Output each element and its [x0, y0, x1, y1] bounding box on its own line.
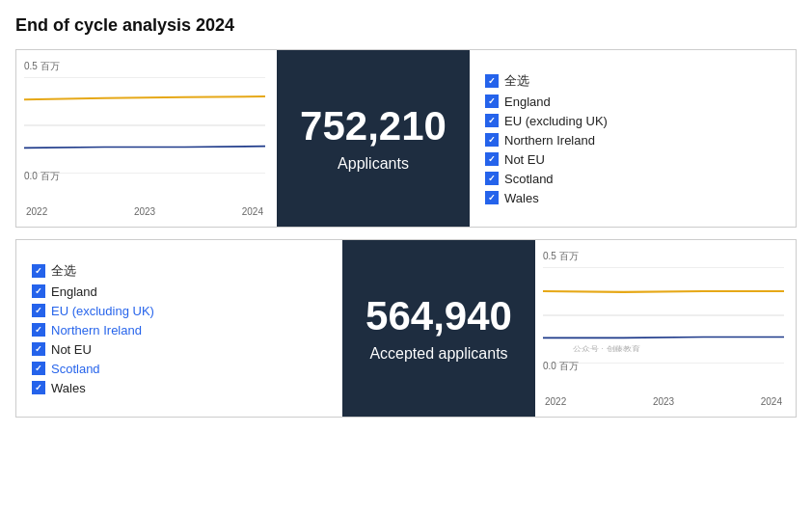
legend-label-5: Scotland [504, 172, 554, 186]
legend-item-1[interactable]: England [485, 94, 780, 109]
x-label-2024-2: 2024 [761, 396, 782, 407]
chart-area-2: 0.5 百万 公众号 · 创藤教育 0.0 百万 [543, 250, 784, 394]
legend-item-0[interactable]: 全选 [485, 72, 780, 90]
checkbox2-5[interactable] [32, 362, 45, 375]
card-applicants: 0.5 百万 0.0 百万 2022 2023 2024 752,210 App… [15, 49, 797, 228]
y-label-top-2: 0.5 百万 [543, 250, 579, 263]
checkbox-6[interactable] [485, 191, 499, 204]
legend2-item-1[interactable]: England [32, 284, 327, 299]
page-title: End of cycle analysis 2024 [15, 15, 797, 36]
legend-label-1: England [504, 94, 551, 109]
chart-section-1: 0.5 百万 0.0 百万 2022 2023 2024 [16, 50, 277, 227]
x-label-2022-2: 2022 [545, 396, 566, 407]
legend2-label-6: Wales [51, 381, 86, 395]
y-label-top-1: 0.5 百万 [24, 60, 60, 73]
x-label-2023-2: 2023 [653, 396, 674, 407]
x-label-2024-1: 2024 [242, 206, 263, 217]
checkbox-3[interactable] [485, 133, 499, 147]
legend-section-1: 全选 England EU (excluding UK) Northern Ir… [470, 50, 796, 227]
stat-label-1: Applicants [338, 155, 409, 173]
checkbox2-4[interactable] [32, 342, 45, 356]
legend2-item-0[interactable]: 全选 [32, 262, 327, 280]
legend2-item-3[interactable]: Northern Ireland [32, 323, 327, 338]
stat-section-2: 564,940 Accepted applicants [342, 240, 535, 417]
legend2-label-3: Northern Ireland [51, 323, 142, 338]
legend2-label-4: Not EU [51, 342, 92, 357]
legend2-label-2: EU (excluding UK) [51, 304, 154, 318]
x-label-2023-1: 2023 [134, 206, 155, 217]
checkbox-2[interactable] [485, 114, 499, 127]
legend2-item-5[interactable]: Scotland [32, 362, 327, 376]
stat-number-2: 564,940 [365, 294, 512, 338]
chart-svg-2: 公众号 · 创藤教育 [543, 267, 784, 364]
legend-label-4: Not EU [504, 152, 545, 167]
checkbox2-6[interactable] [32, 381, 45, 394]
y-label-bottom-2: 0.0 百万 [543, 360, 579, 373]
legend-item-6[interactable]: Wales [485, 191, 780, 205]
checkbox2-1[interactable] [32, 284, 45, 298]
watermark: 公众号 · 创藤教育 [573, 344, 640, 353]
chart-section-2: 0.5 百万 公众号 · 创藤教育 0.0 百万 2022 2023 2024 [535, 240, 796, 417]
checkbox-4[interactable] [485, 152, 499, 166]
x-label-2022-1: 2022 [26, 206, 47, 217]
legend-item-5[interactable]: Scotland [485, 172, 780, 186]
checkbox2-0[interactable] [32, 264, 45, 278]
stat-label-2: Accepted applicants [369, 345, 507, 363]
card-accepted: 全选 England EU (excluding UK) Northern Ir… [15, 239, 797, 418]
legend-item-2[interactable]: EU (excluding UK) [485, 114, 780, 128]
chart-area-1: 0.5 百万 0.0 百万 [24, 60, 265, 204]
stat-section-1: 752,210 Applicants [277, 50, 470, 227]
legend2-item-2[interactable]: EU (excluding UK) [32, 304, 327, 318]
legend-item-3[interactable]: Northern Ireland [485, 133, 780, 148]
stat-number-1: 752,210 [300, 104, 447, 148]
chart-svg-1 [24, 77, 265, 174]
legend-label-2: EU (excluding UK) [504, 114, 608, 128]
checkbox-1[interactable] [485, 94, 499, 108]
checkbox2-2[interactable] [32, 304, 45, 317]
legend-label-3: Northern Ireland [504, 133, 595, 148]
legend2-label-5: Scotland [51, 362, 100, 376]
legend2-item-4[interactable]: Not EU [32, 342, 327, 357]
checkbox-0[interactable] [485, 74, 499, 88]
y-label-bottom-1: 0.0 百万 [24, 170, 60, 183]
legend2-label-0: 全选 [51, 262, 76, 280]
checkbox-5[interactable] [485, 172, 499, 185]
legend-item-4[interactable]: Not EU [485, 152, 780, 167]
x-labels-2: 2022 2023 2024 [543, 396, 784, 407]
legend-section-2: 全选 England EU (excluding UK) Northern Ir… [16, 240, 342, 417]
legend-label-0: 全选 [504, 72, 529, 90]
legend2-label-1: England [51, 284, 97, 299]
legend-label-6: Wales [504, 191, 539, 205]
x-labels-1: 2022 2023 2024 [24, 206, 265, 217]
legend2-item-6[interactable]: Wales [32, 381, 327, 395]
checkbox2-3[interactable] [32, 323, 45, 337]
